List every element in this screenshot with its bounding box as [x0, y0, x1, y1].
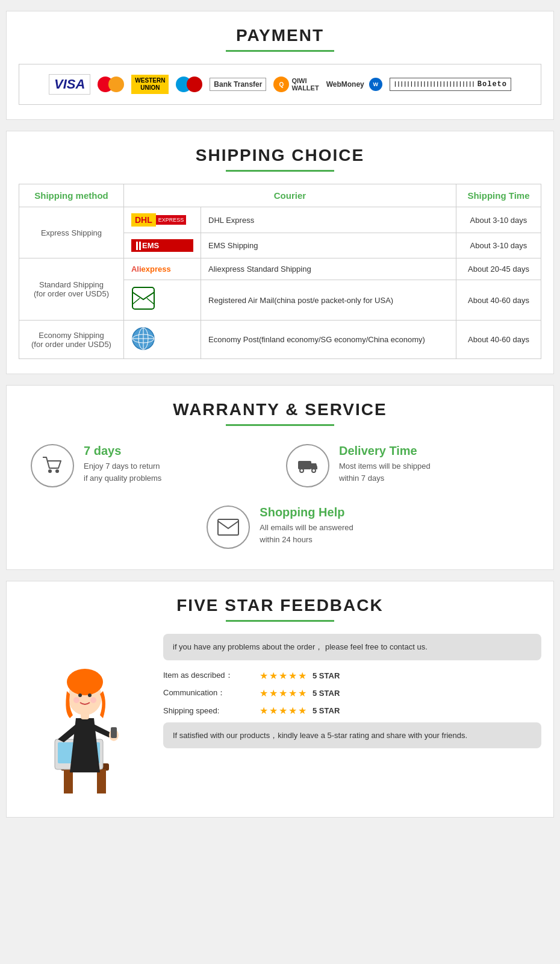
warranty-content-delivery: Delivery Time Most items will be shipped…	[339, 444, 431, 484]
maestro-red	[187, 77, 202, 92]
returns-title: 7 days	[84, 444, 161, 458]
stars-shipping: ★ ★ ★ ★ ★	[260, 705, 306, 716]
courier-name-dhl: DHL Express	[201, 207, 456, 233]
svg-point-6	[48, 469, 52, 473]
warranty-content-help: Shopping Help All emails will be answere…	[260, 505, 353, 545]
star-1: ★	[260, 687, 268, 699]
star-3: ★	[279, 705, 287, 716]
delivery-title: Delivery Time	[339, 444, 431, 458]
maestro-logo	[176, 77, 202, 92]
table-row: Standard Shipping(for order over USD5) A…	[19, 258, 541, 280]
rating-count-shipping: 5 STAR	[313, 706, 340, 715]
star-4: ★	[288, 705, 297, 716]
cart-icon-circle	[31, 444, 74, 487]
boleto-text: Boleto	[478, 80, 507, 89]
col-method: Shipping method	[19, 184, 124, 207]
star-3: ★	[279, 687, 287, 699]
mastercard-logo	[98, 77, 124, 92]
method-standard: Standard Shipping(for order over USD5)	[19, 258, 124, 321]
airmail-icon	[131, 286, 155, 310]
feedback-speech-top: if you have any problems about the order…	[163, 634, 541, 660]
feedback-content: if you have any problems about the order…	[19, 634, 541, 803]
svg-rect-11	[218, 519, 238, 535]
warranty-title: WARRANTY & SERVICE	[19, 400, 541, 419]
rating-row-shipping: Shipping speed: ★ ★ ★ ★ ★ 5 STAR	[163, 705, 541, 716]
courier-name-airmail: Registered Air Mail(china post/e packet-…	[201, 280, 456, 321]
email-icon-circle	[207, 505, 250, 549]
feedback-speech-bottom: If satisfied with our products，kindly le…	[163, 722, 541, 749]
warranty-section: WARRANTY & SERVICE 7 days Enjoy 7 days t…	[6, 385, 554, 570]
feedback-title: FIVE STAR FEEDBACK	[19, 596, 541, 615]
bank-transfer-logo: Bank Transfer	[210, 78, 266, 91]
time-ems: About 3-10 days	[456, 233, 541, 258]
col-courier: Courier	[123, 184, 456, 207]
star-2: ★	[269, 670, 278, 681]
courier-logo-ems: EMS	[123, 233, 201, 258]
method-economy: Economy Shipping(for order under USD5)	[19, 321, 124, 359]
shipping-underline	[226, 170, 334, 172]
visa-logo: VISA	[49, 74, 90, 95]
svg-rect-15	[97, 769, 106, 793]
qiwi-logo: Q QIWIWALLET	[273, 77, 319, 92]
time-dhl: About 3-10 days	[456, 207, 541, 233]
feedback-illustration	[19, 634, 151, 803]
warranty-item-returns: 7 days Enjoy 7 days to returnif any qual…	[31, 444, 274, 487]
time-ali: About 20-45 days	[456, 258, 541, 280]
courier-logo-dhl: DHL EXPRESS	[123, 207, 201, 233]
help-desc: All emails will be answeredwithin 24 hou…	[260, 522, 353, 545]
delivery-desc: Most items will be shippedwithin 7 days	[339, 460, 431, 484]
rating-row-communication: Communication： ★ ★ ★ ★ ★ 5 STAR	[163, 687, 541, 699]
feedback-section: FIVE STAR FEEDBACK	[6, 581, 554, 818]
svg-point-9	[300, 469, 303, 472]
svg-point-22	[88, 693, 92, 697]
star-4: ★	[288, 670, 297, 681]
shipping-title: SHIPPING CHOICE	[19, 146, 541, 165]
warranty-item-help-wrapper: Shopping Help All emails will be answere…	[31, 505, 529, 549]
wm-circle: W	[369, 78, 382, 91]
svg-rect-14	[64, 769, 73, 793]
svg-rect-26	[111, 727, 117, 738]
rating-label-shipping: Shipping speed:	[163, 706, 260, 715]
email-icon	[217, 519, 239, 536]
western-union-logo: WESTERNUNION	[131, 75, 169, 94]
dhl-badge: DHL EXPRESS	[131, 213, 193, 227]
time-economy: About 40-60 days	[456, 321, 541, 359]
warranty-item-delivery: Delivery Time Most items will be shipped…	[286, 444, 529, 487]
svg-rect-0	[132, 287, 154, 309]
help-title: Shopping Help	[260, 505, 353, 519]
rating-label-communication: Communication：	[163, 687, 260, 698]
star-3: ★	[279, 670, 287, 681]
qiwi-text: QIWIWALLET	[291, 77, 319, 92]
star-1: ★	[260, 670, 268, 681]
warranty-grid: 7 days Enjoy 7 days to returnif any qual…	[19, 438, 541, 555]
method-express: Express Shipping	[19, 207, 124, 258]
star-2: ★	[269, 687, 278, 699]
payment-section: PAYMENT VISA WESTERNUNION Bank Transfer …	[6, 11, 554, 120]
courier-name-economy: Economy Post(finland economy/SG economy/…	[201, 321, 456, 359]
stars-described: ★ ★ ★ ★ ★	[260, 670, 306, 681]
truck-icon	[297, 455, 319, 477]
truck-icon-circle	[286, 444, 329, 487]
svg-point-23	[73, 697, 79, 703]
lady-figure-svg	[25, 634, 145, 803]
warranty-underline	[226, 424, 334, 426]
shipping-table: Shipping method Courier Shipping Time Ex…	[19, 184, 541, 359]
svg-point-20	[67, 669, 103, 695]
rating-label-described: Item as described：	[163, 670, 260, 681]
star-1: ★	[260, 705, 268, 716]
svg-point-10	[312, 469, 316, 472]
feedback-right: if you have any problems about the order…	[163, 634, 541, 748]
rating-count-communication: 5 STAR	[313, 689, 340, 698]
returns-desc: Enjoy 7 days to returnif any quality pro…	[84, 460, 161, 484]
qiwi-circle: Q	[273, 77, 289, 92]
rating-row-described: Item as described： ★ ★ ★ ★ ★ 5 STAR	[163, 670, 541, 681]
western-union-text: WESTERNUNION	[131, 75, 169, 94]
boleto-logo: ||||||||||||||||||||||||| Boleto	[390, 78, 511, 91]
svg-point-21	[78, 693, 82, 697]
star-2: ★	[269, 705, 278, 716]
star-5: ★	[298, 705, 306, 716]
warranty-content-returns: 7 days Enjoy 7 days to returnif any qual…	[84, 444, 161, 484]
stars-communication: ★ ★ ★ ★ ★	[260, 687, 306, 699]
svg-point-7	[55, 469, 59, 473]
courier-name-ali: Aliexpress Standard Shipping	[201, 258, 456, 280]
